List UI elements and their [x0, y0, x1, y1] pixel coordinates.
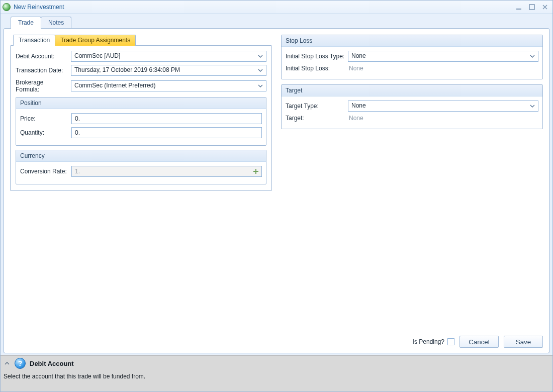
help-header: ? Debit Account: [1, 356, 552, 369]
app-icon: [3, 3, 11, 11]
tab-notes[interactable]: Notes: [41, 17, 71, 29]
svg-rect-0: [516, 9, 521, 10]
target-header: Target: [282, 85, 542, 96]
conversion-rate-input: [75, 167, 251, 175]
help-panel: ? Debit Account Select the account that …: [1, 355, 552, 391]
row-transaction-date: Transaction Date: Thursday, 17 October 2…: [16, 65, 266, 76]
target-type-label: Target Type:: [286, 103, 345, 110]
price-label: Price:: [20, 115, 68, 122]
right-column: Stop Loss Initial Stop Loss Type: None: [281, 35, 543, 134]
close-button[interactable]: [540, 3, 549, 11]
target-group: Target Target Type: None Target:: [281, 84, 543, 129]
target-type-value: None: [351, 102, 366, 109]
window-frame: New Reinvestment Trade Notes Transaction…: [0, 0, 553, 392]
stop-loss-header: Stop Loss: [282, 35, 542, 47]
save-button[interactable]: Save: [504, 336, 543, 348]
transaction-date-combo[interactable]: Thursday, 17 October 2019 6:34:08 PM: [71, 65, 266, 76]
tab-trade[interactable]: Trade: [11, 17, 41, 29]
window-controls: [514, 3, 549, 11]
brokerage-combo[interactable]: CommSec (Internet Preferred): [71, 80, 266, 91]
stop-loss-body: Initial Stop Loss Type: None Initial Sto…: [282, 47, 542, 79]
inner-tab-strip: Transaction Trade Group Assignments: [13, 35, 272, 46]
chevron-down-icon: [257, 67, 264, 74]
pending-wrapper[interactable]: Is Pending?: [413, 338, 454, 345]
cancel-button[interactable]: Cancel: [459, 336, 499, 348]
row-target-value: Target: None: [286, 115, 538, 122]
cancel-button-label: Cancel: [469, 338, 490, 346]
quantity-input[interactable]: [75, 129, 251, 137]
chevron-down-icon: [257, 82, 264, 89]
maximize-button[interactable]: [527, 3, 536, 11]
transaction-date-value: Thursday, 17 October 2019 6:34:08 PM: [74, 66, 180, 73]
title-bar[interactable]: New Reinvestment: [1, 1, 552, 14]
debit-account-label: Debit Account:: [16, 53, 68, 60]
outer-tab-strip: Trade Notes: [11, 17, 549, 29]
tab-trade-group-assignments[interactable]: Trade Group Assignments: [55, 35, 136, 46]
stop-loss-group: Stop Loss Initial Stop Loss Type: None: [281, 35, 543, 79]
row-debit-account: Debit Account: CommSec [AUD]: [16, 51, 266, 62]
position-body: Price: Quantity:: [16, 109, 266, 145]
help-text: Select the account that this trade will …: [1, 369, 552, 383]
transaction-date-label: Transaction Date:: [16, 67, 68, 74]
collapse-icon[interactable]: [4, 360, 11, 367]
chevron-down-icon: [257, 53, 264, 60]
svg-rect-1: [529, 5, 534, 10]
left-column: Transaction Trade Group Assignments Debi…: [10, 35, 272, 191]
debit-account-value: CommSec [AUD]: [74, 52, 120, 59]
currency-header: Currency: [16, 150, 266, 162]
stop-loss-value-label: Initial Stop Loss:: [286, 65, 345, 72]
minimize-button[interactable]: [514, 3, 523, 11]
tab-transaction-label: Transaction: [19, 37, 50, 44]
help-title: Debit Account: [30, 360, 74, 367]
price-input-wrap: [71, 113, 262, 124]
plus-icon[interactable]: [252, 167, 260, 175]
row-conversion-rate: Conversion Rate:: [20, 166, 262, 177]
save-button-label: Save: [516, 338, 531, 346]
price-input[interactable]: [75, 115, 251, 123]
row-stop-loss-type: Initial Stop Loss Type: None: [286, 51, 538, 62]
footer-bar: Is Pending? Cancel Save: [10, 333, 543, 349]
tab-trade-label: Trade: [18, 19, 34, 26]
quantity-label: Quantity:: [20, 129, 68, 136]
row-target-type: Target Type: None: [286, 101, 538, 112]
stop-loss-type-combo[interactable]: None: [348, 51, 538, 62]
transaction-panel: Debit Account: CommSec [AUD] Transaction…: [10, 45, 272, 191]
currency-body: Conversion Rate:: [16, 162, 266, 184]
pending-label: Is Pending?: [413, 338, 444, 345]
tab-notes-label: Notes: [48, 19, 64, 26]
window-title: New Reinvestment: [14, 4, 514, 11]
tab-tga-label: Trade Group Assignments: [60, 37, 130, 44]
client-area: Trade Notes Transaction Trade Group Assi…: [1, 14, 552, 355]
chevron-down-icon: [529, 53, 536, 60]
target-body: Target Type: None Target: None: [282, 96, 542, 129]
row-price: Price:: [20, 113, 262, 124]
row-quantity: Quantity:: [20, 127, 262, 138]
stop-loss-value-text: None: [348, 65, 363, 72]
brokerage-label: Brokerage Formula:: [16, 79, 68, 93]
position-group: Position Price: Quantity:: [16, 97, 266, 146]
debit-account-combo[interactable]: CommSec [AUD]: [71, 51, 266, 62]
position-header: Position: [16, 97, 266, 109]
target-value-label: Target:: [286, 115, 345, 122]
row-brokerage: Brokerage Formula: CommSec (Internet Pre…: [16, 79, 266, 93]
tab-transaction[interactable]: Transaction: [13, 35, 55, 46]
quantity-input-wrap: [71, 127, 262, 138]
brokerage-value: CommSec (Internet Preferred): [74, 82, 155, 89]
currency-group: Currency Conversion Rate:: [16, 150, 266, 184]
trade-panel: Transaction Trade Group Assignments Debi…: [4, 28, 549, 353]
stop-loss-type-value: None: [351, 52, 366, 59]
target-value-text: None: [348, 115, 363, 122]
pending-checkbox[interactable]: [447, 338, 454, 345]
row-stop-loss-value: Initial Stop Loss: None: [286, 65, 538, 72]
conversion-rate-input-wrap: [71, 166, 262, 177]
stop-loss-type-label: Initial Stop Loss Type:: [286, 53, 345, 60]
target-type-combo[interactable]: None: [348, 101, 538, 112]
help-icon: ?: [15, 358, 26, 369]
conversion-rate-label: Conversion Rate:: [20, 168, 68, 175]
chevron-down-icon: [529, 103, 536, 110]
content-columns: Transaction Trade Group Assignments Debi…: [10, 35, 543, 191]
